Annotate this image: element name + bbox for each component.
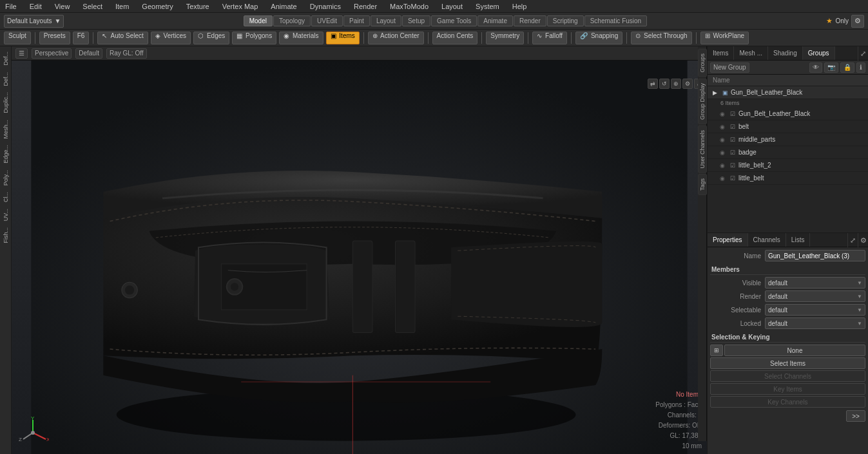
sidebar-item-mesh[interactable]: Mesh... [1, 117, 10, 142]
action-cents-button[interactable]: Action Cents [432, 32, 478, 44]
side-tab-groups[interactable]: Groups [698, 49, 707, 77]
lock-button[interactable]: 🔒 [840, 62, 854, 73]
tree-child-5[interactable]: ◉ ☑ little_belt_2 [708, 159, 868, 172]
menu-maxtomodo[interactable]: MaxToModo [387, 3, 431, 10]
select-items-button[interactable]: Select Items [710, 357, 865, 369]
menu-help[interactable]: Help [510, 3, 530, 10]
select-through-button[interactable]: ⊙ Select Through [631, 32, 691, 44]
symmetry-button[interactable]: Symmetry [486, 32, 524, 44]
sidebar-item-def2[interactable]: Def... [1, 70, 10, 89]
tab-groups[interactable]: Groups [803, 46, 835, 60]
tree-child-4[interactable]: ◉ ☑ badge [708, 146, 868, 159]
tab-render[interactable]: Render [514, 15, 546, 26]
menu-system[interactable]: System [473, 3, 502, 10]
prop-tab-properties[interactable]: Properties [708, 233, 748, 247]
menu-vertexmap[interactable]: Vertex Map [220, 3, 261, 10]
panel-expand-button[interactable]: ⤢ [858, 46, 868, 61]
tab-setup[interactable]: Setup [402, 15, 430, 26]
tree-root-item[interactable]: ▶ ▣ Gun_Belt_Leather_Black [708, 86, 868, 99]
viewport-canvas[interactable]: ⇄ ↺ ⊕ ⚙ ⤢ X Z Y No Items [12, 61, 707, 454]
sidebar-item-def[interactable]: Def... [1, 49, 10, 68]
workplane-button[interactable]: ⊞ WorkPlane [700, 32, 749, 44]
tab-shading[interactable]: Shading [768, 46, 803, 60]
sync-button[interactable]: ⇄ [648, 79, 658, 89]
viewport-menu-icon[interactable]: ☰ [15, 48, 28, 59]
menu-render[interactable]: Render [351, 3, 380, 10]
tab-paint[interactable]: Paint [343, 15, 370, 26]
new-group-button[interactable]: New Group [710, 62, 749, 73]
tree-child-6[interactable]: ◉ ☑ little_belt [708, 172, 868, 185]
tab-topology[interactable]: Topology [273, 15, 311, 26]
eye-button[interactable]: 👁 [809, 62, 822, 73]
zoom-button[interactable]: ⊕ [671, 79, 681, 89]
prop-expand-button[interactable]: ⤢ [847, 233, 858, 247]
name-field[interactable]: Gun_Belt_Leather_Black (3) [765, 250, 865, 261]
polygons-button[interactable]: ▦ Polygons [232, 32, 276, 44]
snapping-button[interactable]: 🔗 Snapping [575, 32, 622, 44]
info-button[interactable]: ℹ [856, 62, 865, 73]
key-channels-button[interactable]: Key Channels [710, 396, 865, 408]
menu-edit[interactable]: Edit [27, 3, 44, 10]
tree-child-2[interactable]: ◉ ☑ belt [708, 120, 868, 133]
settings-button[interactable]: ⚙ [851, 15, 864, 28]
menu-file[interactable]: File [3, 3, 19, 10]
sidebar-item-uv[interactable]: UV... [1, 206, 10, 223]
undo-button[interactable]: ↺ [659, 79, 670, 89]
raygl-label[interactable]: Ray GL: Off [106, 48, 147, 59]
settings2-button[interactable]: ⚙ [682, 79, 693, 89]
sidebar-item-poly[interactable]: Poly... [1, 167, 10, 188]
tree-child-3[interactable]: ◉ ☑ middle_parts [708, 133, 868, 146]
auto-select-button[interactable]: ↖ Auto Select [97, 32, 148, 44]
menu-layout[interactable]: Layout [439, 3, 465, 10]
tab-scripting[interactable]: Scripting [547, 15, 584, 26]
side-tab-user-channels[interactable]: User Channels [698, 126, 707, 173]
groups-tree[interactable]: ▶ ▣ Gun_Belt_Leather_Black 6 Items ◉ ☑ G… [708, 86, 868, 232]
vertices-button[interactable]: ◈ Vertices [151, 32, 191, 44]
tab-animate[interactable]: Animate [477, 15, 513, 26]
tab-items[interactable]: Items [708, 46, 734, 60]
sculpt-button[interactable]: Sculpt [4, 32, 31, 44]
action-center-button[interactable]: ⊕ Action Center [368, 32, 424, 44]
tab-layout[interactable]: Layout [371, 15, 401, 26]
sidebar-item-duplic[interactable]: Duplic... [1, 90, 10, 116]
side-tab-tags[interactable]: Tags [698, 174, 707, 195]
select-channels-button[interactable]: Select Channels [710, 370, 865, 382]
sidebar-item-fish[interactable]: Fish... [1, 225, 10, 246]
menu-select[interactable]: Select [80, 3, 105, 10]
selectable-dropdown[interactable]: default ▼ [765, 304, 865, 316]
menu-texture[interactable]: Texture [184, 3, 212, 10]
tree-child-1[interactable]: ◉ ☑ Gun_Belt_Leather_Black [708, 108, 868, 120]
perspective-label[interactable]: Perspective [32, 48, 72, 59]
tab-uvedit[interactable]: UVEdit [311, 15, 343, 26]
menu-item[interactable]: Item [113, 3, 131, 10]
prop-settings-button[interactable]: ⚙ [858, 233, 868, 247]
presets-button[interactable]: Presets [39, 32, 70, 44]
sidebar-item-edge[interactable]: Edge... [1, 142, 10, 166]
sidebar-item-cl[interactable]: Cl... [1, 189, 10, 205]
render-vis-button[interactable]: 📷 [824, 62, 838, 73]
prop-tab-channels[interactable]: Channels [748, 233, 786, 247]
default-label[interactable]: Default [75, 48, 102, 59]
materials-button[interactable]: ◉ Materials [279, 32, 323, 44]
arrow-right-button[interactable]: >> [846, 410, 865, 422]
key-items-button[interactable]: Key Items [710, 383, 865, 395]
visible-dropdown[interactable]: default ▼ [765, 277, 865, 288]
none-button[interactable]: None [724, 345, 865, 356]
items-button[interactable]: ▣ Items [326, 32, 360, 44]
f6-button[interactable]: F6 [73, 32, 90, 44]
tab-gametools[interactable]: Game Tools [431, 15, 477, 26]
menu-geometry[interactable]: Geometry [139, 3, 175, 10]
menu-animate[interactable]: Animate [268, 3, 299, 10]
falloff-button[interactable]: ∿ Falloff [532, 32, 567, 44]
side-tab-group-display[interactable]: Group Display [698, 79, 707, 124]
menu-view[interactable]: View [52, 3, 73, 10]
prop-tab-lists[interactable]: Lists [786, 233, 811, 247]
menu-dynamics[interactable]: Dynamics [307, 3, 343, 10]
tab-model[interactable]: Model [244, 15, 273, 26]
render-dropdown[interactable]: default ▼ [765, 290, 865, 302]
edges-button[interactable]: ⬡ Edges [193, 32, 229, 44]
layout-dropdown[interactable]: Default Layouts ▼ [4, 15, 64, 28]
locked-dropdown[interactable]: default ▼ [765, 317, 865, 329]
tab-schematic[interactable]: Schematic Fusion [584, 15, 647, 26]
tab-mesh[interactable]: Mesh ... [734, 46, 768, 60]
